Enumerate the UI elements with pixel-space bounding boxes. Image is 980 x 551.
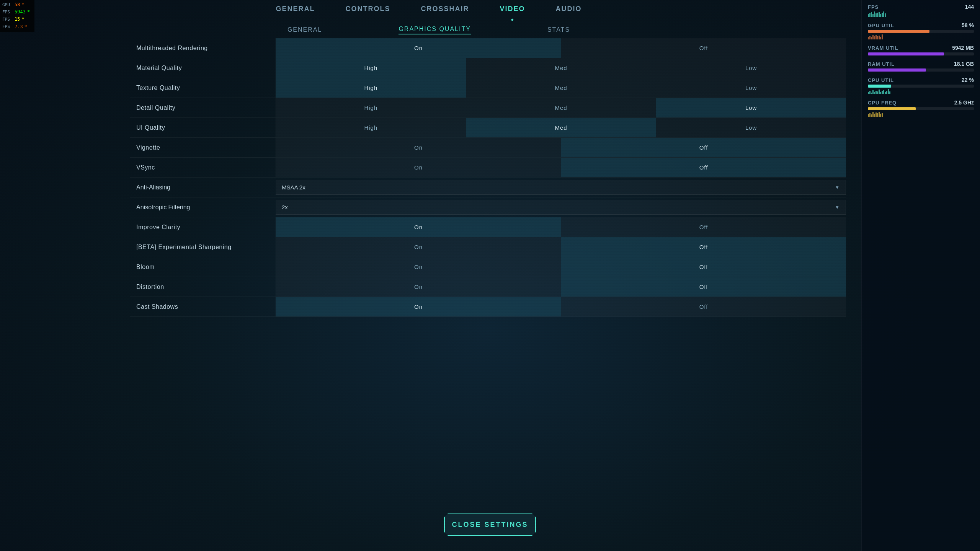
setting-row-1: Material QualityHighMedLow <box>130 58 846 78</box>
dropdown-value-7: MSAA 2x <box>282 184 305 191</box>
setting-row-2: Texture QualityHighMedLow <box>130 78 846 98</box>
cpu-util-bar-bg <box>868 85 974 88</box>
fps-label-2: FPS <box>2 16 13 23</box>
setting-row-5: VignetteOnOff <box>130 138 846 158</box>
setting-controls-4: HighMedLow <box>276 118 846 137</box>
gpu-util-label: GPU UTIL <box>868 23 894 28</box>
nav-tab-controls[interactable]: CONTROLS <box>345 5 390 16</box>
vram-label: VRAM UTIL <box>868 45 898 51</box>
chevron-down-icon: ▼ <box>835 185 840 190</box>
setting-btn-10-off[interactable]: Off <box>561 237 846 257</box>
gpu-unit: * <box>21 1 24 8</box>
setting-label-8: Anisotropic Filtering <box>130 201 276 214</box>
setting-label-7: Anti-Aliasing <box>130 181 276 194</box>
settings-panel: Multithreaded RenderingOnOffMaterial Qua… <box>130 38 846 505</box>
setting-btn-1-med[interactable]: Med <box>466 58 656 78</box>
fps-graph <box>868 11 974 17</box>
cpu-util-value: 22 % <box>962 77 974 83</box>
setting-btn-9-on[interactable]: On <box>276 217 561 237</box>
setting-row-4: UI QualityHighMedLow <box>130 118 846 138</box>
setting-btn-0-on[interactable]: On <box>276 38 561 58</box>
setting-btn-3-med[interactable]: Med <box>466 98 656 117</box>
setting-btn-13-on[interactable]: On <box>276 297 561 316</box>
sub-tab-stats[interactable]: STATS <box>547 26 570 33</box>
setting-btn-4-med[interactable]: Med <box>466 118 656 137</box>
setting-btn-12-off[interactable]: Off <box>561 277 846 297</box>
setting-btn-9-off[interactable]: Off <box>561 217 846 237</box>
nav-tab-video[interactable]: VIDEO◆ <box>500 5 525 16</box>
sub-tab-general[interactable]: GENERAL <box>287 26 322 33</box>
gpu-util-bar-fill <box>868 30 929 33</box>
setting-btn-1-low[interactable]: Low <box>656 58 846 78</box>
setting-btn-4-low[interactable]: Low <box>656 118 846 137</box>
perf-overlay: GPU 58 * FPS 5943 * FPS 15 * FPS 7.3 * <box>0 0 34 32</box>
setting-row-7: Anti-AliasingMSAA 2x▼ <box>130 178 846 197</box>
gpu-value: 58 <box>15 1 20 8</box>
setting-btn-11-off[interactable]: Off <box>561 257 846 277</box>
setting-btn-2-high[interactable]: High <box>276 78 466 98</box>
fps-star-2: * <box>21 16 24 23</box>
setting-controls-10: OnOff <box>276 237 846 257</box>
cpu-util-stat: CPU UTIL 22 % <box>868 77 974 94</box>
setting-row-13: Cast ShadowsOnOff <box>130 297 846 317</box>
cpu-util-bar-fill <box>868 85 891 88</box>
nav-tab-general[interactable]: GENERAL <box>276 5 315 16</box>
setting-btn-10-on[interactable]: On <box>276 237 561 257</box>
setting-label-2: Texture Quality <box>130 78 276 98</box>
close-settings-button[interactable]: CLOSE SETTINGS <box>444 514 536 536</box>
setting-label-1: Material Quality <box>130 58 276 78</box>
setting-label-9: Improve Clarity <box>130 217 276 237</box>
setting-btn-3-high[interactable]: High <box>276 98 466 117</box>
setting-controls-11: OnOff <box>276 257 846 277</box>
setting-btn-6-off[interactable]: Off <box>561 158 846 177</box>
cpu-util-label: CPU UTIL <box>868 77 894 83</box>
setting-btn-2-med[interactable]: Med <box>466 78 656 98</box>
cpu-util-graph <box>868 89 974 94</box>
stats-panel: FPS 144 GPU UTIL 58 % <box>861 0 980 551</box>
cpu-freq-bar-fill <box>868 107 916 110</box>
setting-controls-6: OnOff <box>276 158 846 177</box>
main-nav: GENERALCONTROLSCROSSHAIRVIDEO◆AUDIO <box>0 0 858 21</box>
sub-tab-graphics[interactable]: GRAPHICS QUALITY <box>399 26 470 34</box>
vram-bar-bg <box>868 52 974 55</box>
chevron-down-icon: ▼ <box>835 205 840 210</box>
setting-label-13: Cast Shadows <box>130 297 276 316</box>
setting-btn-1-high[interactable]: High <box>276 58 466 78</box>
setting-btn-2-low[interactable]: Low <box>656 78 846 98</box>
setting-label-5: Vignette <box>130 138 276 157</box>
setting-btn-4-high[interactable]: High <box>276 118 466 137</box>
fps-stat: FPS 144 <box>868 4 974 17</box>
gpu-util-stat: GPU UTIL 58 % <box>868 22 974 39</box>
setting-btn-11-on[interactable]: On <box>276 257 561 277</box>
fps-stat-label: FPS <box>868 4 879 10</box>
fps-label-3: FPS <box>2 23 13 30</box>
ram-value: 18.1 GB <box>954 61 974 67</box>
vram-value: 5942 MB <box>952 45 974 51</box>
setting-controls-3: HighMedLow <box>276 98 846 117</box>
setting-dropdown-8[interactable]: 2x▼ <box>276 200 846 215</box>
setting-btn-5-on[interactable]: On <box>276 138 561 157</box>
fps-value-2: 15 <box>15 16 20 23</box>
setting-label-3: Detail Quality <box>130 98 276 117</box>
setting-controls-5: OnOff <box>276 138 846 157</box>
setting-label-11: Bloom <box>130 257 276 277</box>
setting-btn-6-on[interactable]: On <box>276 158 561 177</box>
setting-btn-5-off[interactable]: Off <box>561 138 846 157</box>
vram-bar-fill <box>868 52 944 55</box>
setting-controls-0: OnOff <box>276 38 846 58</box>
ram-bar-fill <box>868 68 926 72</box>
cpu-freq-value: 2.5 GHz <box>954 99 974 106</box>
nav-tab-crosshair[interactable]: CROSSHAIR <box>421 5 469 16</box>
setting-dropdown-7[interactable]: MSAA 2x▼ <box>276 180 846 195</box>
setting-btn-0-off[interactable]: Off <box>561 38 846 58</box>
ram-bar-bg <box>868 68 974 72</box>
cpu-freq-label: CPU FREQ <box>868 100 897 106</box>
setting-btn-3-low[interactable]: Low <box>656 98 846 117</box>
nav-tab-audio[interactable]: AUDIO <box>556 5 582 16</box>
setting-label-4: UI Quality <box>130 118 276 137</box>
setting-row-3: Detail QualityHighMedLow <box>130 98 846 118</box>
cpu-freq-bar-bg <box>868 107 974 110</box>
gpu-util-graph <box>868 34 974 39</box>
setting-btn-13-off[interactable]: Off <box>561 297 846 316</box>
setting-btn-12-on[interactable]: On <box>276 277 561 297</box>
